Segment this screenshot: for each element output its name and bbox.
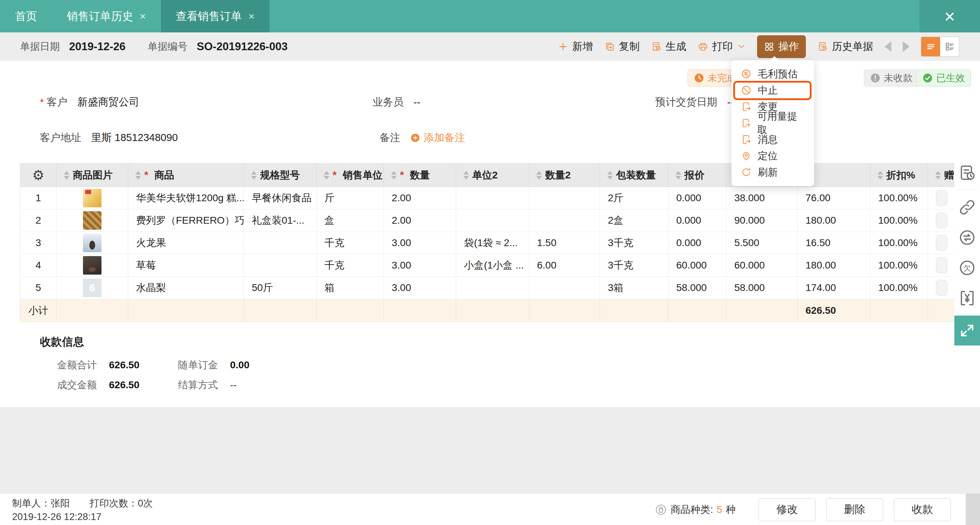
yen-tool-button[interactable] (958, 289, 977, 309)
required-asterisk: * (144, 169, 148, 181)
copy-button[interactable]: 复制 (604, 40, 640, 54)
table-column-header[interactable]: 赠 (928, 164, 955, 187)
column-label: 数量 (410, 169, 430, 182)
button-label: 新增 (572, 40, 593, 54)
sort-arrows[interactable] (935, 171, 941, 180)
table-column-header[interactable]: 规格型号 (244, 164, 317, 187)
cell-discount: 100.00% (870, 254, 928, 277)
customer-value[interactable]: 新盛商贸公司 (77, 95, 139, 109)
cell-amount: 174.00 (798, 277, 870, 299)
order-header: 单据日期 2019-12-26 单据编号 SO-20191226-003 (20, 40, 288, 53)
cell-no: 5 (20, 277, 57, 299)
cell-unit2: 袋(1袋 ≈ 2... (456, 232, 529, 254)
print-dropdown-chevron[interactable] (737, 42, 746, 51)
gift-checkbox[interactable] (936, 213, 947, 228)
add-button[interactable]: 新增 (558, 40, 593, 54)
print-button[interactable]: 打印 (698, 40, 733, 54)
cell-amount: 16.50 (798, 232, 870, 254)
sort-arrows[interactable] (251, 171, 257, 180)
scrollbar-corner (966, 494, 980, 525)
cell-spec (244, 232, 317, 254)
doc-clock-tool-button[interactable] (958, 164, 977, 183)
sort-arrows[interactable] (391, 171, 397, 180)
history-docs-button[interactable]: 历史单据 (817, 40, 873, 54)
actions-button[interactable]: 操作 毛毛利预估中止变更可用量提取消息定位刷新 (757, 35, 806, 58)
doc-arrow-icon (741, 101, 752, 112)
table-column-header[interactable]: 商品图片 (57, 164, 128, 187)
owe-tool-button[interactable]: 欠 (958, 259, 977, 278)
sort-arrows[interactable] (877, 171, 883, 180)
table-column-header[interactable]: *商品 (128, 164, 244, 187)
close-icon[interactable]: × (248, 10, 255, 22)
gift-checkbox[interactable] (936, 235, 947, 251)
table-column-header[interactable]: ⚙ (20, 164, 57, 187)
tab-sales-order-history[interactable]: 销售订单历史 × (52, 0, 161, 32)
action-menu-item[interactable]: 中止 (732, 82, 814, 99)
receive-payment-button[interactable]: 收款 (894, 498, 951, 521)
cell-spec: 早餐休闲食品 (244, 187, 317, 210)
close-icon[interactable]: × (140, 10, 146, 22)
table-column-header[interactable]: *数量 (384, 164, 456, 187)
exclaim-icon (870, 73, 881, 83)
cell-image (57, 187, 128, 210)
doc-no-value: SO-20191226-003 (197, 40, 288, 53)
cell-pack: 2斤 (600, 187, 668, 210)
table-column-header[interactable]: 单位2 (456, 164, 529, 187)
tab-home[interactable]: 首页 (0, 0, 52, 32)
next-doc-arrow[interactable] (903, 41, 910, 52)
gift-checkbox[interactable] (936, 280, 947, 296)
prev-doc-arrow[interactable] (885, 41, 891, 52)
action-menu-item[interactable]: 刷新 (732, 164, 814, 181)
table-row: 2费列罗（FERRERO）巧...礼盒装01-...盒2.002盒0.00090… (20, 210, 955, 232)
sort-arrows[interactable] (324, 171, 329, 180)
modify-button[interactable]: 修改 (759, 498, 816, 521)
list-view-icon (926, 41, 936, 52)
product-image (83, 256, 102, 275)
sort-arrows[interactable] (135, 171, 141, 180)
sort-arrows[interactable] (676, 171, 681, 180)
delete-button[interactable]: 删除 (826, 498, 883, 521)
link-tool-button[interactable] (958, 198, 977, 218)
gear-icon[interactable]: ⚙ (32, 169, 44, 182)
cell-amount: 180.00 (798, 210, 870, 232)
required-asterisk: * (400, 169, 404, 181)
plus-icon (558, 41, 568, 52)
table-column-header[interactable]: 报价 (668, 164, 727, 187)
required-asterisk: * (332, 169, 337, 181)
sort-arrows[interactable] (64, 171, 70, 180)
table-column-header[interactable]: 数量2 (529, 164, 600, 187)
svg-text:欠: 欠 (963, 264, 971, 272)
action-menu-item[interactable]: 可用量提取 (732, 115, 814, 131)
table-column-header[interactable]: 折扣% (870, 164, 928, 187)
expand-button[interactable] (955, 315, 980, 345)
plus-circle-icon (410, 133, 420, 143)
customer-address-field: 客户地址 里斯 18512348090 (40, 131, 178, 145)
tab-view-sales-order[interactable]: 查看销售订单 × (161, 0, 270, 32)
table-column-header[interactable]: 包装数量 (600, 164, 668, 187)
table-column-header[interactable]: *销售单位 (317, 164, 384, 187)
action-menu-item[interactable]: 定位 (732, 148, 814, 164)
card-view-button[interactable] (940, 37, 959, 56)
transfer-tool-button[interactable] (958, 228, 977, 248)
sort-arrows[interactable] (536, 171, 542, 180)
kinds-label: 商品种类: (671, 503, 713, 517)
column-label: 商品 (154, 169, 174, 182)
add-remark-button[interactable]: 添加备注 (410, 131, 465, 145)
product-image (83, 278, 102, 297)
tab-label: 销售订单历史 (67, 9, 133, 24)
sort-arrows[interactable] (463, 171, 469, 180)
list-view-button[interactable] (921, 37, 940, 56)
gift-checkbox[interactable] (936, 190, 947, 206)
cell-pack: 3箱 (600, 277, 668, 299)
generate-button[interactable]: 生成 (651, 40, 686, 54)
column-label: 单位2 (472, 169, 498, 182)
sort-arrows[interactable] (607, 171, 613, 180)
subtotal-cell-qty2 (529, 299, 600, 322)
action-menu-item[interactable]: 毛毛利预估 (732, 66, 814, 82)
gift-checkbox[interactable] (936, 258, 947, 273)
cell-unit2 (456, 187, 529, 210)
window-close-button[interactable]: × (920, 0, 980, 32)
cell-quote: 0.000 (668, 232, 727, 254)
action-menu-item[interactable]: 消息 (732, 131, 814, 148)
link-icon (958, 198, 977, 216)
